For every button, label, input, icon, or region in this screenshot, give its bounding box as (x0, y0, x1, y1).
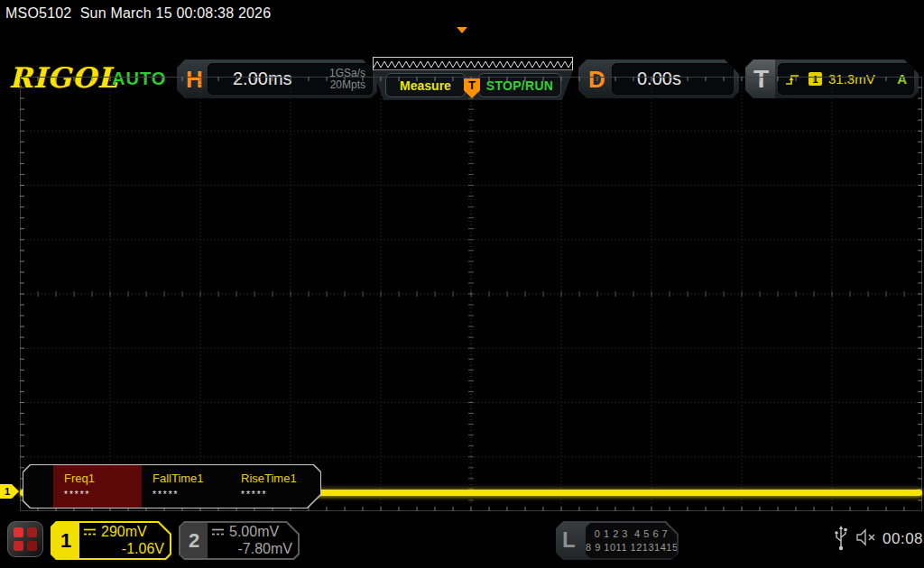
measurement-item-falltime1[interactable]: FallTime1 ***** (142, 465, 230, 508)
menu-button[interactable] (7, 521, 43, 557)
model-and-datetime: MSO5102 Sun March 15 00:08:38 2026 (5, 5, 271, 22)
channel2-number: 2 (180, 523, 208, 558)
measurement-item-risetime1[interactable]: RiseTime1 ***** (230, 465, 319, 508)
channel1-offset: -1.06V (83, 541, 164, 557)
dc-coupling-icon (83, 527, 97, 536)
channel2-offset: -7.80mV (211, 541, 292, 557)
top-status-bar: MSO5102 Sun March 15 00:08:38 2026 (0, 0, 924, 27)
channel1-offset-marker[interactable]: 1 (0, 484, 19, 499)
channel2-badge[interactable]: 2 5.00mV -7.80mV (179, 521, 300, 560)
preview-trigger-position-icon[interactable] (457, 27, 467, 33)
graticule-grid (20, 77, 922, 511)
logic-analyzer-label: L (562, 527, 576, 553)
waveform-display-area (20, 77, 922, 511)
preview-waveform-icon (374, 59, 572, 70)
measurement-overlay: Freq1 ***** FallTime1 ***** RiseTime1 **… (23, 464, 321, 508)
measurement-list: Freq1 ***** FallTime1 ***** RiseTime1 **… (23, 465, 320, 508)
menu-grid-icon (14, 527, 37, 551)
waveform-memory-preview[interactable] (373, 57, 573, 70)
usb-icon (834, 526, 848, 551)
digital-channels-row1: 0 1 2 3 4 5 6 7 (586, 527, 677, 541)
channel2-scale: 5.00mV (229, 524, 279, 540)
digital-channels-row2: 8 9 1011 12131415 (586, 541, 677, 554)
dc-coupling-icon (211, 527, 225, 536)
measurement-item-freq1[interactable]: Freq1 ***** (53, 465, 142, 508)
header-bar: RIGOL AUTO H 2.00ms 1GSa/s 20Mpts Measur… (0, 27, 924, 78)
digital-channel-panel: 0 1 2 3 4 5 6 7 8 9 1011 12131415 (586, 523, 677, 558)
channel1-number: 1 (52, 523, 79, 558)
channel1-scale: 290mV (101, 524, 147, 540)
bottom-status-bar: 1 290mV -1.06V 2 (0, 514, 924, 568)
channel1-badge[interactable]: 1 290mV -1.06V (51, 521, 171, 560)
uptime-clock: 00:08 (882, 530, 923, 548)
sound-muted-icon (855, 528, 879, 546)
logic-analyzer-badge[interactable]: L 0 1 2 3 4 5 6 7 8 9 1011 12131415 (556, 521, 679, 560)
